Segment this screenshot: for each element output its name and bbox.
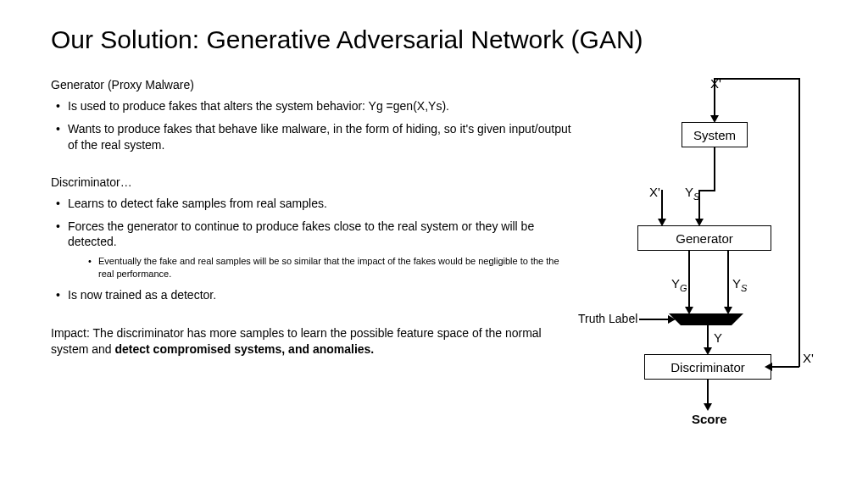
arrow-line	[798, 78, 800, 367]
label-x-right: X'	[803, 351, 814, 365]
discriminator-box: Discriminator	[644, 354, 771, 380]
label-yg: YG	[671, 276, 687, 293]
arrow-line	[688, 251, 690, 310]
text-column: Generator (Proxy Malware) Is used to pro…	[51, 78, 571, 442]
arrow-line	[661, 190, 663, 222]
discriminator-bullets: Learns to detect fake samples from real …	[51, 196, 571, 303]
arrow-line	[727, 251, 729, 310]
label-ys-in: YS	[685, 185, 699, 202]
arrow-line	[714, 78, 715, 117]
label-y: Y	[714, 330, 722, 345]
label-score: Score	[692, 412, 727, 426]
list-item: Is used to produce fakes that alters the…	[51, 98, 571, 114]
label-x-left: X'	[649, 185, 660, 199]
diagram-column: X' System X' YS Generator YG	[580, 78, 826, 442]
arrow-head-icon	[704, 403, 712, 411]
impact-text: Impact: The discriminator has more sampl…	[51, 325, 571, 358]
sub-list-item: Eventually the fake and real samples wil…	[85, 255, 571, 280]
system-box: System	[682, 122, 748, 147]
list-item: Wants to produce fakes that behave like …	[51, 121, 571, 153]
label-ys-out: YS	[732, 276, 747, 293]
arrow-line	[698, 190, 715, 191]
slide-title: Our Solution: Generative Adversarial Net…	[51, 25, 826, 54]
generator-box: Generator	[637, 225, 771, 251]
list-item: Learns to detect fake samples from real …	[51, 196, 571, 212]
generator-bullets: Is used to produce fakes that alters the…	[51, 98, 571, 153]
arrow-line	[639, 319, 671, 320]
list-item: Forces the generator to continue to prod…	[51, 219, 571, 280]
gan-diagram: X' System X' YS Generator YG	[580, 78, 817, 442]
label-truth: Truth Label	[578, 312, 637, 325]
arrow-head-icon	[765, 363, 772, 371]
arrow-line	[714, 147, 715, 190]
arrow-line	[771, 366, 799, 368]
discriminator-heading: Discriminator…	[51, 175, 571, 189]
arrow-line	[698, 190, 700, 222]
arrow-line	[714, 78, 798, 80]
list-item: Is now trained as a detector.	[51, 287, 571, 303]
mux-trapezoid	[669, 313, 743, 325]
generator-heading: Generator (Proxy Malware)	[51, 78, 571, 92]
